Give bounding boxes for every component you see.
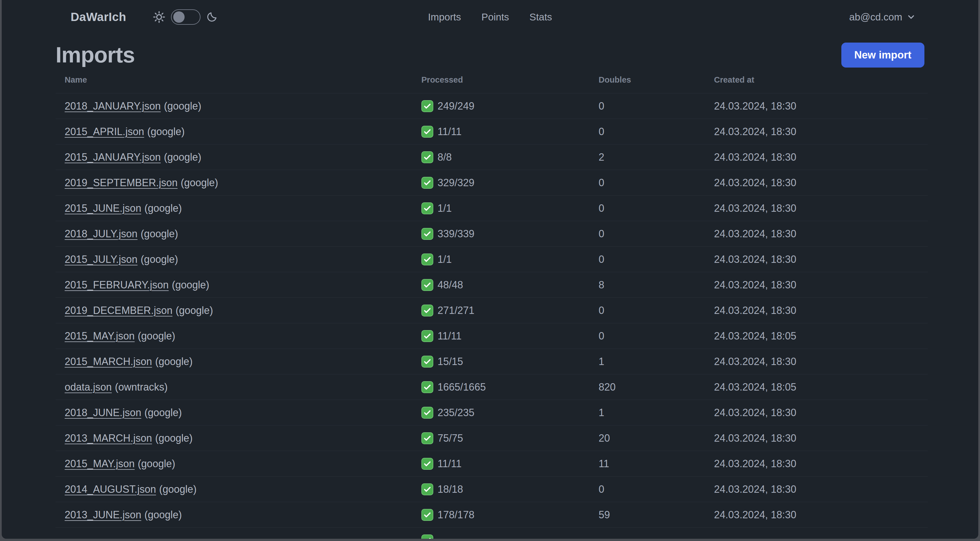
created-at: 24.03.2024, 18:30 — [705, 279, 928, 291]
created-at: 24.03.2024, 18:30 — [705, 432, 928, 444]
theme-toggle[interactable] — [171, 10, 200, 25]
processed-count: 11/11 — [438, 126, 461, 138]
doubles-count: 8 — [590, 279, 705, 291]
created-at: 24.03.2024, 18:30 — [705, 254, 928, 265]
header-doubles: Doubles — [590, 75, 705, 85]
import-file-link[interactable]: 2015_JULY.json — [65, 254, 138, 265]
processed-cell: 339/339 — [412, 228, 590, 240]
page-title: Imports — [56, 42, 135, 68]
import-file-link[interactable]: 2013_JUNE.json — [65, 509, 141, 520]
doubles-count: 0 — [590, 228, 705, 240]
processed-cell: 235/235 — [412, 407, 590, 419]
check-icon — [422, 432, 433, 444]
nav-link-stats[interactable]: Stats — [530, 11, 552, 23]
import-source-label: (google) — [172, 279, 209, 290]
table-row: 2015_MAY.json(google) 11/11 0 24.03.2024… — [56, 323, 928, 349]
import-source-label: (google) — [155, 356, 192, 367]
import-file-link[interactable]: 2018_JUNE.json — [65, 407, 141, 418]
new-import-button[interactable]: New import — [842, 43, 924, 67]
import-file-link[interactable]: 2014_AUGUST.json — [65, 484, 156, 495]
sun-icon — [152, 10, 166, 24]
processed-cell — [412, 535, 590, 539]
check-icon — [422, 151, 433, 163]
import-file-link[interactable]: 2019_SEPTEMBER.json — [65, 177, 178, 188]
check-icon — [422, 279, 433, 291]
check-icon — [422, 330, 433, 342]
table-row: 2015_JULY.json(google) 1/1 0 24.03.2024,… — [56, 246, 928, 272]
created-at: 24.03.2024, 18:30 — [705, 484, 928, 495]
import-source-label: (google) — [138, 458, 175, 469]
check-icon — [422, 509, 433, 521]
doubles-count: 820 — [590, 381, 705, 393]
doubles-count: 0 — [590, 305, 705, 316]
import-source-label: (owntracks) — [115, 381, 168, 393]
processed-cell: 8/8 — [412, 151, 590, 163]
processed-count: 249/249 — [438, 100, 474, 112]
chevron-down-icon — [906, 12, 916, 22]
created-at: 24.03.2024, 18:30 — [705, 203, 928, 214]
import-file-link[interactable]: 2015_JUNE.json — [65, 203, 141, 214]
name-cell: 2015_MAY.json(google) — [56, 330, 412, 342]
processed-count: 1665/1665 — [438, 381, 486, 393]
table-row: 2015_JUNE.json(google) 1/1 0 24.03.2024,… — [56, 195, 928, 221]
processed-count: 15/15 — [438, 356, 463, 367]
imports-table: Name Processed Doubles Created at 2018_J… — [56, 68, 928, 539]
processed-cell: 1665/1665 — [412, 381, 590, 393]
doubles-count: 20 — [590, 432, 705, 444]
import-source-label: (google) — [141, 228, 178, 239]
processed-cell: 75/75 — [412, 432, 590, 444]
nav-link-imports[interactable]: Imports — [428, 11, 461, 23]
check-icon — [422, 100, 433, 112]
processed-count: 271/271 — [438, 305, 474, 316]
import-file-link[interactable]: 2015_APRIL.json — [65, 126, 144, 137]
import-file-link[interactable]: odata.json — [65, 381, 112, 393]
name-cell: 2015_MARCH.json(google) — [56, 356, 412, 367]
name-cell: 2013_JUNE.json(google) — [56, 509, 412, 521]
import-file-link[interactable]: 2019_DECEMBER.json — [65, 305, 172, 316]
import-source-label: (google) — [144, 407, 182, 418]
doubles-count: 0 — [590, 100, 705, 112]
import-file-link[interactable]: 2015_MAY.json — [65, 330, 135, 342]
doubles-count: 59 — [590, 509, 705, 521]
processed-cell: 249/249 — [412, 100, 590, 112]
import-source-label: (google) — [141, 254, 178, 265]
name-cell: odata.json(owntracks) — [56, 381, 412, 393]
created-at: 24.03.2024, 18:05 — [705, 330, 928, 342]
import-file-link[interactable]: 2018_JANUARY.json — [65, 100, 161, 112]
account-menu[interactable]: ab@cd.com — [849, 11, 916, 23]
processed-cell: 1/1 — [412, 254, 590, 265]
created-at: 24.03.2024, 18:30 — [705, 228, 928, 240]
created-at: 24.03.2024, 18:05 — [705, 381, 928, 393]
table-row: 2015_FEBRUARY.json(google) 48/48 8 24.03… — [56, 272, 928, 297]
table-row: 2018_JULY.json(google) 339/339 0 24.03.2… — [56, 221, 928, 246]
doubles-count: 2 — [590, 151, 705, 163]
doubles-count: 0 — [590, 177, 705, 189]
name-cell: 2018_JUNE.json(google) — [56, 407, 412, 419]
name-cell: 2015_APRIL.json(google) — [56, 126, 412, 138]
import-file-link[interactable]: 2015_MARCH.json — [65, 356, 152, 367]
doubles-count: 11 — [590, 458, 705, 470]
processed-count: 1/1 — [438, 203, 452, 214]
processed-cell: 11/11 — [412, 330, 590, 342]
import-file-link[interactable]: 2015_JANUARY.json — [65, 151, 161, 163]
app-logo[interactable]: DaWarIch — [71, 10, 126, 24]
processed-count: 235/235 — [438, 407, 474, 419]
navbar: DaWarIch — [2, 0, 978, 34]
processed-count: 339/339 — [438, 228, 474, 240]
processed-cell: 11/11 — [412, 458, 590, 470]
page-header: Imports New import — [56, 42, 924, 68]
nav-link-points[interactable]: Points — [482, 11, 509, 23]
processed-cell: 1/1 — [412, 203, 590, 214]
import-file-link[interactable]: 2015_MAY.json — [65, 458, 135, 469]
name-cell: 2019_DECEMBER.json(google) — [56, 305, 412, 316]
table-row: 2014_AUGUST.json(google) 18/18 0 24.03.2… — [56, 476, 928, 502]
check-icon — [422, 535, 433, 539]
name-cell: 2015_JUNE.json(google) — [56, 203, 412, 214]
import-file-link[interactable]: 2013_MARCH.json — [65, 432, 152, 444]
import-file-link[interactable]: 2015_FEBRUARY.json — [65, 279, 169, 290]
doubles-count: 1 — [590, 407, 705, 419]
import-file-link[interactable]: 2018_JULY.json — [65, 228, 138, 239]
processed-count: 11/11 — [438, 458, 461, 470]
table-row: 2019_SEPTEMBER.json(google) 329/329 0 24… — [56, 170, 928, 195]
name-cell: 2015_MAY.json(google) — [56, 458, 412, 470]
